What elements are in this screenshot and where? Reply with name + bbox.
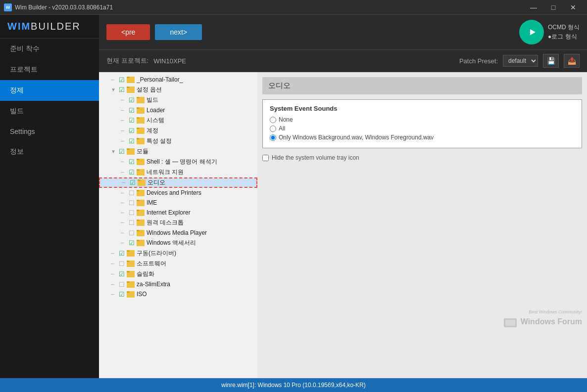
tree-item-label: IME <box>147 199 157 206</box>
app-icon: W <box>4 3 12 11</box>
hide-volume-checkbox[interactable] <box>262 155 269 161</box>
tree-item-label: 모듈 <box>137 147 148 156</box>
tree-item[interactable]: ─☑빌드 <box>99 95 257 105</box>
tree-item-label: 네트워크 지원 <box>147 168 184 176</box>
patch-preset-select[interactable]: default <box>503 55 538 67</box>
tree-item-label: 소프트웨어 <box>137 260 166 268</box>
radio-all[interactable]: All <box>270 125 575 132</box>
format-text: OCMD 형식 ●로그 형식 <box>548 23 580 42</box>
radio-none-input[interactable] <box>270 117 276 123</box>
close-button[interactable]: ✕ <box>563 0 583 15</box>
tree-item-label: _Personal-Tailor_ <box>137 76 183 83</box>
next-button[interactable]: next> <box>155 24 202 40</box>
tree-item-label: Loader <box>147 107 165 114</box>
tree-item-label: ISO <box>137 291 147 298</box>
radio-none-label: None <box>279 116 293 123</box>
ocmd-logo <box>519 20 544 44</box>
tree-item[interactable]: ▼☑설정 옵션 <box>99 85 257 95</box>
tree-item[interactable]: ▼☑모듈 <box>99 146 257 157</box>
tree-item[interactable]: ─☑계정 <box>99 126 257 136</box>
tree-item[interactable]: ─☑네트워크 지원 <box>99 167 257 177</box>
status-bar: winre.wim[1]: Windows 10 Pro (10.0.19569… <box>0 378 587 392</box>
maximize-button[interactable]: □ <box>543 0 563 15</box>
content-area: <pre next> OCMD 형식 ●로그 형식 현재 프로젝트: WIN10… <box>99 15 587 378</box>
tree-item[interactable]: ─☑Windows 액세서리 <box>99 238 257 248</box>
sidebar-item-settings[interactable]: Settings <box>0 122 99 141</box>
tree-item[interactable]: ─☑오디오 <box>99 177 257 188</box>
radio-none[interactable]: None <box>270 116 575 123</box>
tree-item-label: 특성 설정 <box>147 137 172 145</box>
tree-item-label: Windows Media Player <box>147 229 207 236</box>
tree-item-label: za-SlimExtra <box>137 281 170 288</box>
title-bar-text: Wim Builder - v2020.03.03.80861a71 <box>15 4 524 11</box>
tree-item[interactable]: ─☑ISO <box>99 289 257 299</box>
tree-item-label: 설정 옵션 <box>137 86 162 94</box>
tree-item-label: 원격 데스크톱 <box>147 218 184 227</box>
tree-item[interactable]: ─☐Internet Explorer <box>99 208 257 218</box>
tree-item[interactable]: ─☑슬림화 <box>99 269 257 279</box>
main-split: ─☑_Personal-Tailor_▼☑설정 옵션─☑빌드─☑Loader─☑… <box>99 72 587 378</box>
sidebar-item-info[interactable]: 정보 <box>0 141 99 162</box>
title-bar: W Wim Builder - v2020.03.03.80861a71 — □… <box>0 0 587 15</box>
watermark: Best Windows Community! Windows Forum <box>262 309 582 329</box>
hide-volume-checkbox-item[interactable]: Hide the system volume tray icon <box>262 154 582 161</box>
watermark-bottom: Windows Forum <box>262 314 582 329</box>
tree-item-label: Internet Explorer <box>147 209 191 216</box>
radio-only-label: Only Windows Background.wav, Windows For… <box>279 134 434 141</box>
tree-item-label: 시스템 <box>147 116 164 125</box>
system-event-sounds-group: System Event Sounds None All Only Window… <box>262 99 582 148</box>
sidebar-item-project[interactable]: 프로젝트 <box>0 59 99 80</box>
tree-item[interactable]: ─☑Shell : 셸 — 명령어 해석기 <box>99 157 257 167</box>
tree-item[interactable]: ─☑Loader <box>99 105 257 115</box>
tree-item-label: 슬림화 <box>137 270 154 278</box>
tree-item-label: 빌드 <box>147 96 158 104</box>
panel-title: 오디오 <box>262 77 582 94</box>
save-button[interactable]: 💾 <box>543 54 559 68</box>
title-bar-controls: — □ ✕ <box>524 0 583 15</box>
watermark-top: Best Windows Community! <box>262 309 582 314</box>
tree-item-label: Windows 액세서리 <box>147 239 196 247</box>
tree-item[interactable]: ─☐Devices and Printers <box>99 188 257 198</box>
hide-volume-label: Hide the system volume tray icon <box>272 154 359 161</box>
patch-label: Patch Preset: <box>459 57 498 65</box>
tree-item[interactable]: ─☐소프트웨어 <box>99 259 257 269</box>
right-panel: 오디오 System Event Sounds None All Only Wi… <box>257 72 587 378</box>
app-logo: WIMBUILDER <box>0 15 99 39</box>
sidebar-item-integrate[interactable]: 정제 <box>0 80 99 101</box>
tree-item[interactable]: ─☑시스템 <box>99 115 257 126</box>
toolbar-right: OCMD 형식 ●로그 형식 <box>519 20 580 44</box>
toolbar: <pre next> OCMD 형식 ●로그 형식 <box>99 15 587 50</box>
tree-item[interactable]: ─☑특성 설정 <box>99 136 257 146</box>
project-bar: 현재 프로젝트: WIN10XPE Patch Preset: default … <box>99 50 587 72</box>
export-button[interactable]: 📤 <box>564 54 580 68</box>
radio-all-input[interactable] <box>270 126 276 132</box>
group-box-title: System Event Sounds <box>270 105 575 112</box>
sidebar-item-build[interactable]: 빌드 <box>0 101 99 122</box>
tree-item[interactable]: ─☑구동(드라이버) <box>99 248 257 259</box>
tree-item[interactable]: ─☐IME <box>99 198 257 208</box>
pre-button[interactable]: <pre <box>106 24 150 40</box>
tree-item-label: 오디오 <box>147 178 165 187</box>
tree-item-label: 구동(드라이버) <box>137 249 176 258</box>
tree-panel: ─☑_Personal-Tailor_▼☑설정 옵션─☑빌드─☑Loader─☑… <box>99 72 257 378</box>
tree-item-label: Devices and Printers <box>147 189 201 196</box>
sidebar: WIMBUILDER 준비 착수 프로젝트 정제 빌드 Settings 정보 <box>0 15 99 378</box>
project-name: WIN10XPE <box>153 57 186 65</box>
radio-only[interactable]: Only Windows Background.wav, Windows For… <box>270 134 575 141</box>
tree-item[interactable]: ─☐Windows Media Player <box>99 228 257 238</box>
tree-item[interactable]: ─☑_Personal-Tailor_ <box>99 75 257 85</box>
status-text: winre.wim[1]: Windows 10 Pro (10.0.19569… <box>221 382 365 389</box>
app-body: WIMBUILDER 준비 착수 프로젝트 정제 빌드 Settings 정보 … <box>0 15 587 378</box>
sidebar-item-prepare[interactable]: 준비 착수 <box>0 39 99 59</box>
tree-item-label: Shell : 셸 — 명령어 해석기 <box>147 158 217 166</box>
minimize-button[interactable]: — <box>524 0 543 15</box>
project-label: 현재 프로젝트: <box>106 56 148 65</box>
tree-item[interactable]: ─☐za-SlimExtra <box>99 279 257 289</box>
tree-item[interactable]: ─☐원격 데스크톱 <box>99 218 257 228</box>
radio-all-label: All <box>279 125 285 132</box>
tree-item-label: 계정 <box>147 127 158 135</box>
radio-only-input[interactable] <box>270 134 276 141</box>
svg-rect-3 <box>505 320 515 326</box>
